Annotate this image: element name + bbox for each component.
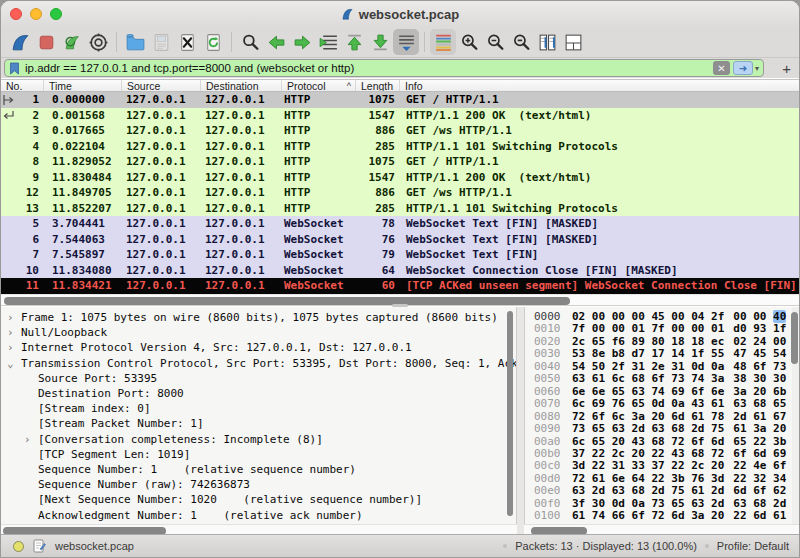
packet-bytes-pane: 000002 00 00 00 45 00 04 2f00 00 4000107… [524,307,799,524]
go-to-packet-icon[interactable] [315,29,341,55]
title-bar: websocket.pcap [1,1,799,27]
layout-icon[interactable] [560,29,586,55]
expander-icon[interactable]: › [24,432,38,447]
packet-row[interactable]: 9 11.830484 127.0.0.1 127.0.0.1 HTTP 154… [1,170,799,186]
go-last-packet-icon[interactable] [367,29,393,55]
zoom-out-icon[interactable] [482,29,508,55]
column-header-time[interactable]: Time [44,80,122,91]
packet-row[interactable]: 8 11.829052 127.0.0.1 127.0.0.1 HTTP 107… [1,154,799,170]
display-filter-input[interactable]: ip.addr == 127.0.0.1 and tcp.port==8000 … [4,59,764,77]
stop-capture-icon[interactable] [33,29,59,55]
expert-info-icon[interactable] [13,541,24,552]
status-profile[interactable]: Profile: Default [717,540,789,552]
packet-length: 64 [356,263,400,279]
packet-row[interactable]: 3 0.017665 127.0.0.1 127.0.0.1 HTTP 886 … [1,123,799,139]
reload-file-icon[interactable] [200,29,226,55]
go-forward-icon[interactable] [289,29,315,55]
detail-tree-line[interactable]: ›Internet Protocol Version 4, Src: 127.0… [1,340,516,355]
packet-length: 78 [356,216,400,232]
expander-icon[interactable]: › [7,325,21,340]
detail-tree-line[interactable]: Sequence Number (raw): 742636873 [1,477,516,492]
packet-length: 79 [356,247,400,263]
find-packet-icon[interactable] [237,29,263,55]
packet-length: 886 [356,123,400,139]
packet-list-hscrollbar-thumb[interactable] [4,297,570,305]
detail-tree-line[interactable]: Acknowledgment Number: 1 (relative ack n… [1,508,516,523]
hex-bytes-group2: 61 3a 20 [733,422,786,435]
restart-capture-icon[interactable] [59,29,85,55]
start-capture-icon[interactable] [7,29,33,55]
expander-icon[interactable]: › [7,340,21,355]
packet-no: 12 [1,185,44,201]
hex-bytes-group1: 72 6f 6c 3a 20 6d 61 78 [572,410,724,423]
expander-icon[interactable]: › [7,310,21,325]
detail-tree-line[interactable]: [Next Sequence Number: 1020 (relative se… [1,492,516,507]
packet-length: 886 [356,185,400,201]
packet-info: WebSocket Connection Close [FIN] [MASKED… [400,263,799,279]
capture-options-icon[interactable] [85,29,111,55]
filter-expression-text[interactable]: ip.addr == 127.0.0.1 and tcp.port==8000 … [25,62,713,74]
detail-tree-line[interactable]: [Stream index: 0] [1,401,516,416]
packet-row[interactable]: 7 7.545897 127.0.0.1 127.0.0.1 WebSocket… [1,247,799,263]
detail-tree-line[interactable]: [TCP Segment Len: 1019] [1,447,516,462]
column-header-no[interactable]: No. [1,80,44,91]
detail-tree-line[interactable]: ⌄Transmission Control Protocol, Src Port… [1,356,516,371]
go-back-icon[interactable] [263,29,289,55]
packet-row[interactable]: 10 11.834080 127.0.0.1 127.0.0.1 WebSock… [1,263,799,279]
status-separator [705,544,709,548]
expander-icon[interactable]: ⌄ [7,356,21,371]
detail-tree-line[interactable]: Sequence Number: 1 (relative sequence nu… [1,462,516,477]
go-first-packet-icon[interactable] [341,29,367,55]
hex-bytes-group2: 63 68 2d [733,497,786,510]
hex-bytes-group2: 3a 20 6b [733,385,786,398]
detail-tree-line[interactable]: ›[Conversation completeness: Incomplete … [1,432,516,447]
detail-text: [Conversation completeness: Incomplete (… [38,433,323,446]
filter-bookmark-icon[interactable] [9,62,20,75]
open-file-icon[interactable] [122,29,148,55]
column-header-length[interactable]: Length [356,80,400,91]
bytes-vscrollbar-thumb[interactable] [791,312,798,364]
packet-no: 4 [1,139,44,155]
colorize-icon[interactable] [430,29,456,55]
filter-add-button[interactable]: + [782,60,791,77]
column-header-destination[interactable]: Destination [201,80,282,91]
close-file-icon[interactable] [174,29,200,55]
resize-columns-icon[interactable] [534,29,560,55]
packet-destination: 127.0.0.1 [201,232,282,248]
packet-row[interactable]: 6 7.544063 127.0.0.1 127.0.0.1 WebSocket… [1,232,799,248]
packet-row[interactable]: 4 0.022104 127.0.0.1 127.0.0.1 HTTP 285 … [1,139,799,155]
zoom-window-button[interactable] [50,8,62,20]
column-header-protocol[interactable]: Protocol^ [282,80,356,91]
packet-row[interactable]: 1 0.000000 127.0.0.1 127.0.0.1 HTTP 1075… [1,92,799,108]
capture-comment-icon[interactable] [33,539,46,553]
column-header-info[interactable]: Info [400,80,799,91]
hex-row[interactable]: 010061 74 66 6f 72 6d 3a 2022 6d 61 [525,510,799,522]
detail-text: [Next Sequence Number: 1020 (relative se… [38,493,422,506]
packet-length: 60 [356,278,400,294]
packet-row[interactable]: 12 11.849705 127.0.0.1 127.0.0.1 HTTP 88… [1,185,799,201]
packet-length: 1547 [356,170,400,186]
filter-apply-icon[interactable]: ➜ [733,61,753,75]
detail-tree-line[interactable]: Destination Port: 8000 [1,386,516,401]
packet-list: 1 0.000000 127.0.0.1 127.0.0.1 HTTP 1075… [1,92,799,294]
packet-row[interactable]: 11 11.834421 127.0.0.1 127.0.0.1 WebSock… [1,278,799,294]
close-window-button[interactable] [10,8,22,20]
filter-dropdown-icon[interactable]: ▾ [755,64,759,73]
auto-scroll-icon[interactable] [393,29,419,55]
save-file-icon[interactable] [148,29,174,55]
minimize-window-button[interactable] [30,8,42,20]
column-header-source[interactable]: Source [122,80,201,91]
packet-row[interactable]: 5 3.704441 127.0.0.1 127.0.0.1 WebSocket… [1,216,799,232]
zoom-in-icon[interactable] [456,29,482,55]
detail-tree-line[interactable]: ›Frame 1: 1075 bytes on wire (8600 bits)… [1,310,516,325]
detail-tree-line[interactable]: [Stream Packet Number: 1] [1,416,516,431]
detail-tree-line[interactable]: ›Null/Loopback [1,325,516,340]
normal-size-icon[interactable] [508,29,534,55]
packet-time: 7.545897 [44,247,122,263]
packet-row[interactable]: 13 11.852207 127.0.0.1 127.0.0.1 HTTP 28… [1,201,799,217]
packet-row[interactable]: 2 0.001568 127.0.0.1 127.0.0.1 HTTP 1547… [1,108,799,124]
detail-tree-line[interactable]: Source Port: 53395 [1,371,516,386]
details-vscrollbar-thumb[interactable] [507,311,513,516]
filter-clear-icon[interactable]: ✕ [713,61,730,75]
detail-text: Source Port: 53395 [38,372,157,385]
